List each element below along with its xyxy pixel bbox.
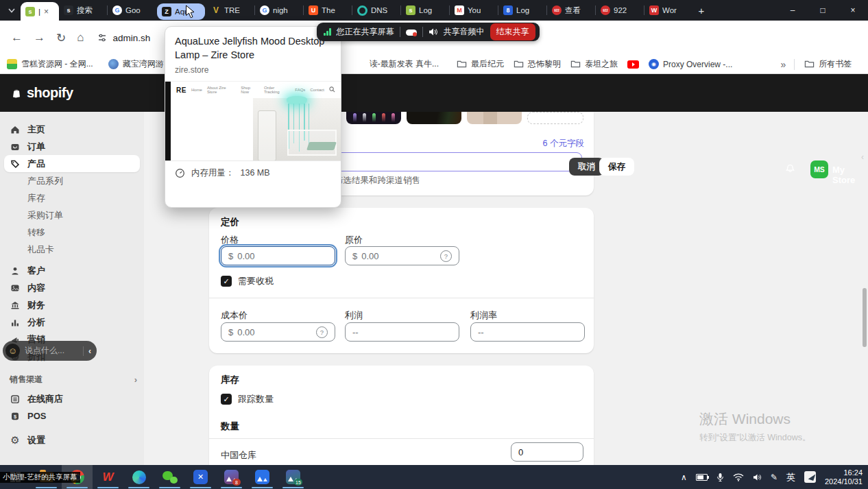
compare-price-input[interactable]: $ 0.00 ? (345, 246, 459, 265)
add-image-dropzone[interactable] (527, 112, 583, 124)
product-image-thumbnail[interactable] (407, 112, 461, 124)
warehouse-quantity-input[interactable]: 0 (511, 442, 583, 462)
sidebar-item-pos[interactable]: $ POS (4, 407, 140, 425)
bookmark-youtube[interactable] (627, 60, 639, 69)
sidebar-item-finance[interactable]: 财务 (4, 296, 140, 313)
profit-input[interactable]: -- (345, 322, 459, 342)
quantity-title: 数量 (221, 420, 239, 433)
product-image-thumbnail[interactable] (467, 112, 522, 124)
mountain-app-button[interactable] (247, 465, 278, 489)
compare-price-label: 原价 (345, 234, 363, 246)
page-scrollbar[interactable] (863, 288, 867, 347)
bookmark-item[interactable]: 读-最新发表 真牛... (370, 58, 439, 70)
new-tab-button[interactable]: + (692, 1, 710, 19)
tab-close-icon[interactable]: × (44, 7, 49, 16)
close-window-button[interactable]: × (838, 0, 868, 21)
tab-active[interactable]: s | × (21, 2, 59, 21)
address-url[interactable]: admin.sh (113, 33, 151, 43)
sidebar-item-online-store[interactable]: 在线商店 (4, 390, 140, 407)
home-button[interactable]: ⌂ (77, 31, 84, 45)
metafields-link[interactable]: 6 个元字段 (543, 138, 584, 150)
reload-button[interactable]: ↻ (56, 31, 66, 45)
bookmark-item[interactable]: ◉ Proxy Overview -... (649, 59, 732, 69)
help-icon[interactable]: ? (440, 250, 452, 262)
tab-word[interactable]: WWor (644, 0, 692, 21)
sidebar-item-content[interactable]: 内容 (4, 279, 140, 296)
track-quantity-row[interactable]: ✓ 跟踪数量 (221, 393, 274, 405)
sidebar-item-collections[interactable]: 产品系列 (4, 172, 140, 189)
x-app-button[interactable]: ✕ (185, 465, 216, 489)
checkbox-checked-icon[interactable]: ✓ (221, 394, 232, 405)
tab-google[interactable]: GGoo (108, 0, 156, 21)
sales-channels-header[interactable]: 销售渠道 › (10, 372, 137, 387)
tab-zire-hovered[interactable]: ZAqu (157, 3, 205, 20)
bookmark-folder[interactable]: 最后纪元 (457, 58, 504, 70)
checkbox-checked-icon[interactable]: ✓ (221, 276, 232, 287)
meeting-app-button[interactable]: 8 (216, 465, 247, 489)
tab-tren[interactable]: VTRE (206, 0, 254, 21)
notes-tray-icon[interactable] (804, 471, 816, 483)
save-button[interactable]: 保存 (599, 158, 634, 176)
docs-app-button[interactable] (123, 465, 154, 489)
sidebar-item-orders[interactable]: 订单 (4, 138, 140, 155)
wechat-button[interactable] (154, 465, 185, 489)
wps-taskbar-button[interactable]: W (93, 465, 123, 489)
maximize-button[interactable]: □ (808, 0, 838, 21)
sidebar-item-customers[interactable]: 客户 (4, 262, 140, 279)
sidebar-item-gift-cards[interactable]: 礼品卡 (4, 241, 140, 258)
microphone-icon[interactable] (716, 473, 724, 482)
tab-922-view[interactable]: 922查看 (547, 0, 595, 21)
recorder-app-button[interactable]: 15 (278, 465, 309, 489)
taskbar-clock[interactable]: 16:24 2024/10/31 (825, 468, 863, 486)
tab-login[interactable]: sLog (401, 0, 449, 21)
margin-input[interactable]: -- (470, 322, 585, 342)
sidebar-item-analytics[interactable]: 分析 (4, 313, 140, 331)
chat-collapse-button[interactable]: ‹ (88, 346, 91, 356)
help-icon[interactable]: ? (316, 326, 328, 338)
sidebar-item-inventory[interactable]: 库存 (4, 189, 140, 206)
tab-night[interactable]: Gnigh (255, 0, 303, 21)
sidebar-item-transfers[interactable]: 转移 (4, 224, 140, 241)
bookmark-folder[interactable]: 泰坦之旅 (570, 58, 618, 70)
minimize-button[interactable]: – (777, 0, 808, 21)
product-image-thumbnail[interactable] (346, 112, 401, 124)
back-button[interactable]: ← (11, 31, 23, 45)
tab-search-page[interactable]: s搜索 (59, 0, 107, 21)
header-collapse-icon[interactable]: ‹ (861, 152, 864, 162)
bookmark-item[interactable]: 雪糕资源网 - 全网... (7, 58, 93, 70)
store-avatar[interactable]: MS (810, 160, 828, 178)
profit-label: 利润 (345, 309, 363, 322)
store-name[interactable]: My Store (832, 165, 868, 185)
notifications-bell-icon[interactable] (784, 162, 796, 176)
battery-icon[interactable] (696, 474, 708, 481)
price-input[interactable]: $ 0.00 (221, 246, 335, 265)
charge-tax-row[interactable]: ✓ 需要收税 (221, 275, 274, 287)
bookmark-folder[interactable]: 恐怖黎明 (514, 58, 561, 70)
all-bookmarks[interactable]: 所有书签 (804, 58, 852, 70)
tab-922[interactable]: 922922 (596, 0, 644, 21)
tab-gmail[interactable]: MYou (450, 0, 498, 21)
bookmark-item[interactable]: 藏宝湾网游 (108, 58, 164, 70)
ime-indicator[interactable]: 英 (786, 471, 795, 484)
sidebar-item-purchase-orders[interactable]: 采购订单 (4, 206, 140, 224)
tab-search-button[interactable] (3, 1, 21, 19)
site-info-chip[interactable]: admin.sh (97, 32, 151, 43)
chat-input-placeholder[interactable]: 说点什么... (25, 345, 78, 357)
mouse-cursor (185, 5, 195, 19)
tab-dns[interactable]: DNS (352, 0, 400, 21)
bookmarks-overflow-icon[interactable]: » (780, 59, 786, 70)
forward-button[interactable]: → (34, 31, 45, 45)
pen-icon[interactable]: ✎ (771, 473, 777, 482)
tab-login-2[interactable]: 8Log (498, 0, 546, 21)
stop-sharing-button[interactable]: 结束共享 (490, 23, 535, 40)
shopify-header: shopify 取消 保存 MS My Store ‹ (0, 74, 868, 112)
tab-the[interactable]: UThe (304, 0, 352, 21)
sidebar-item-home[interactable]: 主页 (4, 121, 140, 138)
sidebar-item-products[interactable]: 产品 (4, 155, 140, 172)
cost-input[interactable]: $ 0.00 ? (221, 322, 335, 342)
shopify-logo[interactable]: shopify (11, 85, 73, 101)
speaker-icon[interactable] (753, 473, 762, 481)
hidden-icons-chevron[interactable]: ∧ (681, 473, 687, 482)
sidebar-item-settings[interactable]: ⚙ 设置 (4, 431, 140, 449)
wifi-icon[interactable] (733, 473, 744, 481)
